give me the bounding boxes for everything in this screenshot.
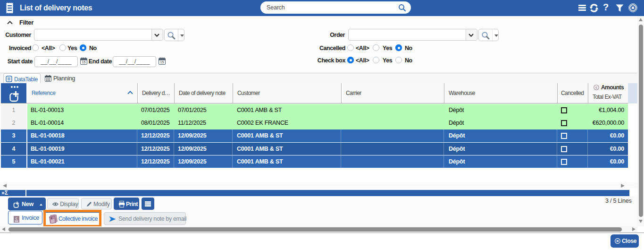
- svg-text:15: 15: [160, 60, 164, 64]
- svg-text:€: €: [595, 86, 598, 90]
- svg-text:€: €: [16, 216, 18, 221]
